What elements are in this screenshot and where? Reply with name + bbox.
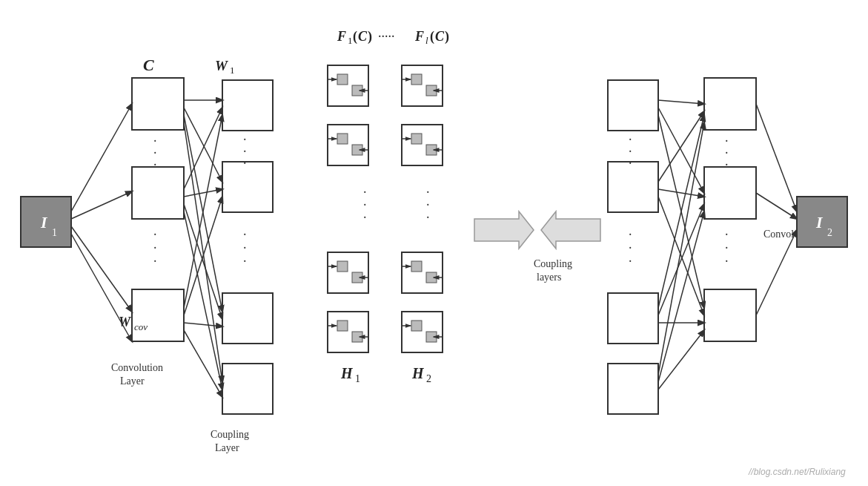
svg-rect-60 bbox=[337, 74, 348, 85]
svg-text://blog.csdn.net/Rulixiang: //blog.csdn.net/Rulixiang bbox=[748, 467, 846, 477]
svg-text:·: · bbox=[153, 240, 157, 255]
svg-rect-5 bbox=[132, 78, 184, 130]
svg-rect-24 bbox=[222, 80, 273, 131]
svg-rect-30 bbox=[222, 364, 273, 414]
svg-text:1: 1 bbox=[52, 227, 57, 238]
svg-text:Layer: Layer bbox=[120, 375, 145, 387]
svg-rect-86 bbox=[337, 261, 348, 272]
svg-text:·: · bbox=[629, 254, 632, 269]
svg-text:(: ( bbox=[353, 29, 357, 45]
diagram-canvas: I 1 C · · · · · · W cov Convolution Laye… bbox=[0, 0, 868, 486]
svg-text:·: · bbox=[629, 156, 632, 171]
svg-text:Layer: Layer bbox=[215, 442, 239, 453]
svg-text:·: · bbox=[725, 157, 729, 172]
svg-text:2: 2 bbox=[827, 227, 832, 238]
svg-rect-6 bbox=[132, 167, 184, 219]
svg-text:I: I bbox=[40, 213, 48, 231]
svg-text:H: H bbox=[340, 365, 354, 381]
svg-rect-101 bbox=[411, 321, 422, 331]
svg-text:Coupling: Coupling bbox=[211, 429, 249, 440]
svg-text:1: 1 bbox=[348, 35, 353, 46]
svg-text:·: · bbox=[629, 227, 632, 242]
svg-text:·: · bbox=[243, 156, 247, 171]
svg-text:W: W bbox=[215, 58, 228, 73]
svg-text:·: · bbox=[153, 157, 157, 172]
svg-text:2: 2 bbox=[426, 373, 431, 384]
svg-text:·: · bbox=[243, 254, 247, 269]
svg-text:F: F bbox=[337, 29, 346, 44]
svg-text:·: · bbox=[243, 227, 247, 242]
svg-text:l: l bbox=[425, 35, 428, 46]
svg-rect-70 bbox=[337, 134, 348, 144]
svg-text:C: C bbox=[435, 29, 445, 44]
svg-rect-91 bbox=[411, 261, 422, 272]
svg-text:·: · bbox=[629, 240, 632, 255]
svg-rect-96 bbox=[337, 321, 348, 331]
svg-rect-119 bbox=[608, 364, 658, 414]
svg-rect-75 bbox=[411, 134, 422, 144]
svg-rect-118 bbox=[608, 293, 658, 344]
svg-rect-128 bbox=[704, 289, 756, 341]
svg-text:F: F bbox=[414, 29, 424, 44]
svg-rect-124 bbox=[704, 167, 756, 219]
svg-rect-65 bbox=[411, 74, 422, 85]
svg-text:·: · bbox=[725, 240, 729, 255]
svg-text:): ) bbox=[368, 29, 372, 45]
svg-rect-114 bbox=[608, 162, 658, 212]
svg-text:·: · bbox=[153, 254, 157, 269]
svg-text:1: 1 bbox=[355, 373, 360, 384]
svg-text:·: · bbox=[363, 210, 367, 225]
svg-text:cov: cov bbox=[134, 321, 148, 332]
svg-text:I: I bbox=[815, 213, 824, 231]
svg-rect-29 bbox=[222, 293, 273, 344]
svg-text:Convolution: Convolution bbox=[111, 362, 163, 373]
svg-text:): ) bbox=[445, 29, 449, 45]
svg-text:layers: layers bbox=[537, 272, 561, 283]
svg-rect-25 bbox=[222, 162, 273, 212]
svg-text:·: · bbox=[725, 227, 729, 242]
svg-text:C: C bbox=[358, 29, 368, 44]
svg-text:·: · bbox=[426, 210, 430, 225]
svg-text:·: · bbox=[725, 254, 729, 269]
svg-text:H: H bbox=[411, 365, 425, 381]
svg-text:1: 1 bbox=[230, 65, 235, 76]
svg-rect-123 bbox=[704, 78, 756, 130]
svg-text:(: ( bbox=[430, 29, 434, 45]
svg-rect-113 bbox=[608, 80, 658, 131]
svg-text:·: · bbox=[243, 240, 247, 255]
svg-text:C: C bbox=[143, 56, 154, 74]
svg-text:·····: ····· bbox=[378, 29, 395, 44]
svg-rect-10 bbox=[132, 289, 184, 341]
svg-text:Coupling: Coupling bbox=[534, 258, 572, 269]
svg-text:·: · bbox=[153, 227, 157, 242]
